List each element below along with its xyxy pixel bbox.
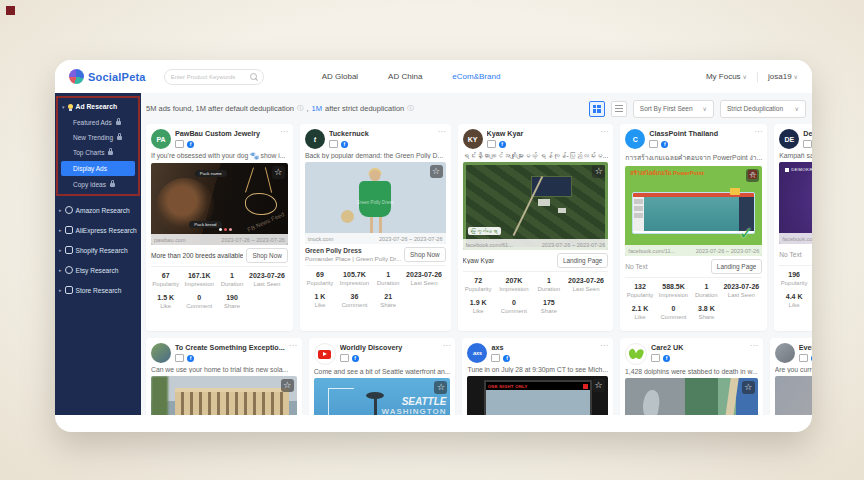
advertiser-name[interactable]: Everyone Has The Freedom To... xyxy=(799,343,812,352)
ad-domain[interactable]: facebook.com/11... xyxy=(628,248,675,254)
ad-domain[interactable]: tnuck.com xyxy=(308,236,334,242)
dedup-select[interactable]: Strict Deduplication∨ xyxy=(720,100,806,118)
favorite-star-icon[interactable]: ☆ xyxy=(272,166,285,179)
favorite-star-icon[interactable]: ☆ xyxy=(430,165,443,178)
ad-card-freedom[interactable]: Everyone Has The Freedom To... f ⋯ Are y… xyxy=(770,338,812,415)
photo-icon xyxy=(799,354,808,362)
image-tag: မြေကွက်နေရာ xyxy=(468,227,501,235)
more-menu[interactable]: ⋯ xyxy=(438,129,446,135)
ad-creative[interactable]: ☆ ONE NIGHT ONLY xyxy=(467,376,608,415)
bar-chart xyxy=(779,176,812,228)
ad-card-tuckernuck[interactable]: t Tuckernuck f ⋯ Back by popular demand:… xyxy=(300,124,451,331)
ad-text: More than 200 breeds available xyxy=(151,252,243,259)
more-menu[interactable]: ⋯ xyxy=(600,343,608,349)
ad-creative[interactable]: ☆ xyxy=(151,376,297,415)
youtube-icon xyxy=(318,350,331,359)
ad-domain[interactable]: facebook.com/61... xyxy=(466,242,513,248)
bulb-icon xyxy=(68,104,73,109)
sidebar-item-ad-research[interactable]: ▾ Ad Research xyxy=(58,98,138,115)
dolphin-photo xyxy=(641,389,661,415)
advertiser-name[interactable]: ClassPoint Thailand xyxy=(649,129,750,138)
chevron-right-icon: ▸ xyxy=(59,267,62,273)
ad-creative[interactable]: ☆ DEMOKRATI FB News Feed facebook.com/10… xyxy=(779,162,812,244)
ad-card-solar[interactable]: To Create Something Exceptio... f ⋯ Can … xyxy=(146,338,302,415)
favorite-star-icon[interactable]: ☆ xyxy=(592,379,605,392)
sidebar-item-etsy-research[interactable]: ▸Etsy Research xyxy=(55,260,141,280)
ad-creative[interactable]: ☆ Pack name Pack breed FB News Feed pawb… xyxy=(151,163,288,245)
more-menu[interactable]: ⋯ xyxy=(754,129,762,135)
favorite-star-icon[interactable]: ☆ xyxy=(592,165,605,178)
ad-domain[interactable]: facebook.com/10... xyxy=(782,236,812,242)
nav-ad-china[interactable]: AD China xyxy=(388,72,422,81)
image-text: SEATTLE WASHINGTON xyxy=(382,396,447,415)
info-icon[interactable]: ⓘ xyxy=(297,104,304,113)
sidebar-item-featured-ads[interactable]: Featured Ads xyxy=(58,115,138,130)
search-icon xyxy=(250,73,257,80)
ad-description: Tune in on July 28 at 9:30pm CT to see M… xyxy=(467,366,608,373)
sidebar-item-shopify-research[interactable]: ▸Shopify Research xyxy=(55,240,141,260)
more-menu[interactable]: ⋯ xyxy=(280,129,288,135)
advertiser-name[interactable]: Kyaw Kyar xyxy=(487,129,597,138)
ad-creative[interactable]: ☆ Green Polly Dress tnuck.com2023-07-26 … xyxy=(305,162,446,244)
sidebar-item-display-ads[interactable]: Display Ads xyxy=(61,161,135,176)
ad-card-worldly-discovery[interactable]: Worldly Discovery f ⋯ Come and see a bit… xyxy=(309,338,456,415)
sidebar-item-store-research[interactable]: ▸Store Research xyxy=(55,280,141,300)
sidebar-item-top-charts[interactable]: Top Charts xyxy=(58,145,138,160)
ad-card-care2[interactable]: Care2 UK f ⋯ 1,428 dolphins were stabbed… xyxy=(620,338,763,415)
ad-creative[interactable]: ☆ SEATTLE WASHINGTON xyxy=(314,378,451,415)
dedup-count-link[interactable]: 1M xyxy=(312,104,322,113)
ad-description: การสร้างเกมเฉลยคำตอบจาก PowerPoint ง่า..… xyxy=(625,152,762,163)
more-menu[interactable]: ⋯ xyxy=(600,129,608,135)
more-menu[interactable]: ⋯ xyxy=(442,343,450,349)
info-icon[interactable]: ⓘ xyxy=(407,104,414,113)
advertiser-name[interactable]: To Create Something Exceptio... xyxy=(175,343,285,352)
logo[interactable]: SocialPeta xyxy=(69,69,146,84)
search-input[interactable]: Enter Product Keywords xyxy=(164,69,264,85)
ad-creative[interactable]: ☆ မြေကွက်နေရာ facebook.com/61...2023-07-… xyxy=(463,162,609,250)
shop-now-button[interactable]: Shop Now xyxy=(246,248,288,263)
advertiser-name[interactable]: Tuckernuck xyxy=(329,129,434,138)
sort-select[interactable]: Sort By First Seen∨ xyxy=(633,100,714,118)
favorite-star-icon[interactable]: ☆ xyxy=(742,381,755,394)
shop-now-button[interactable]: Shop Now xyxy=(404,247,446,262)
favorite-star-icon[interactable]: ☆ xyxy=(434,381,447,394)
etsy-icon xyxy=(65,266,73,274)
advertiser-name[interactable]: Worldly Discovery xyxy=(340,343,439,352)
advertiser-name[interactable]: Demokrati 2023 xyxy=(803,129,812,138)
nav-ad-global[interactable]: AD Global xyxy=(322,72,358,81)
favorite-star-icon[interactable]: ☆ xyxy=(281,379,294,392)
advertiser-name[interactable]: Care2 UK xyxy=(651,343,746,352)
advertiser-name[interactable]: axs xyxy=(491,343,596,352)
advertiser-name[interactable]: PawBau Custom Jewelry xyxy=(175,129,276,138)
sidebar-item-aliexpress-research[interactable]: ▸AliExpress Research xyxy=(55,220,141,240)
ad-card-demokrati[interactable]: DE Demokrati 2023 f ⋯ Kampaň sa rozbieha… xyxy=(774,124,812,331)
chevron-right-icon: ▸ xyxy=(59,287,62,293)
ad-card-axs[interactable]: axs axs f ⋯ Tune in on July 28 at 9:30pm… xyxy=(462,338,613,415)
grid-view-toggle[interactable] xyxy=(589,101,605,117)
ad-creative[interactable]: ☆ xyxy=(625,378,758,415)
ad-card-kyaw-kyar[interactable]: KY Kyaw Kyar f ⋯ ရင်းနှီးထားချင်အကျိုးမျ… xyxy=(458,124,614,331)
ad-card-grid-row2: To Create Something Exceptio... f ⋯ Can … xyxy=(146,338,806,415)
facebook-icon: f xyxy=(811,355,812,362)
more-menu[interactable]: ⋯ xyxy=(750,343,758,349)
sidebar-item-amazon-research[interactable]: ▸Amazon Research xyxy=(55,200,141,220)
user-menu[interactable]: josa19∨ xyxy=(768,72,798,81)
ad-card-pawbau[interactable]: PA PawBau Custom Jewelry f ⋯ If you're o… xyxy=(146,124,293,331)
ad-description: Come and see a bit of Seattle waterfront… xyxy=(314,368,451,375)
sidebar-item-copy-ideas[interactable]: Copy Ideas xyxy=(58,177,138,192)
my-focus-menu[interactable]: My Focus∨ xyxy=(706,72,747,81)
grid-icon xyxy=(593,105,601,113)
ad-creative[interactable]: ☆ สร้างสไลด์เกมใน PowerPoint P ✓ faceboo… xyxy=(625,166,762,256)
landing-page-button[interactable]: Landing Page xyxy=(557,253,608,268)
favorite-star-icon[interactable]: ☆ xyxy=(746,169,759,182)
landing-page-button[interactable]: Landing Page xyxy=(711,259,762,274)
list-view-toggle[interactable] xyxy=(611,101,627,117)
ad-domain[interactable]: pawbau.com xyxy=(154,237,186,243)
list-icon xyxy=(615,105,623,112)
product-name[interactable]: Green Polly Dress xyxy=(305,247,401,254)
sidebar-item-new-trending[interactable]: New Trending xyxy=(58,130,138,145)
nav-ecom-brand[interactable]: eCom&Brand xyxy=(452,72,500,81)
ad-creative[interactable]: ☆ xyxy=(775,376,812,415)
more-menu[interactable]: ⋯ xyxy=(289,343,297,349)
ad-card-classpoint[interactable]: C ClassPoint Thailand f ⋯ การสร้างเกมเฉล… xyxy=(620,124,767,331)
